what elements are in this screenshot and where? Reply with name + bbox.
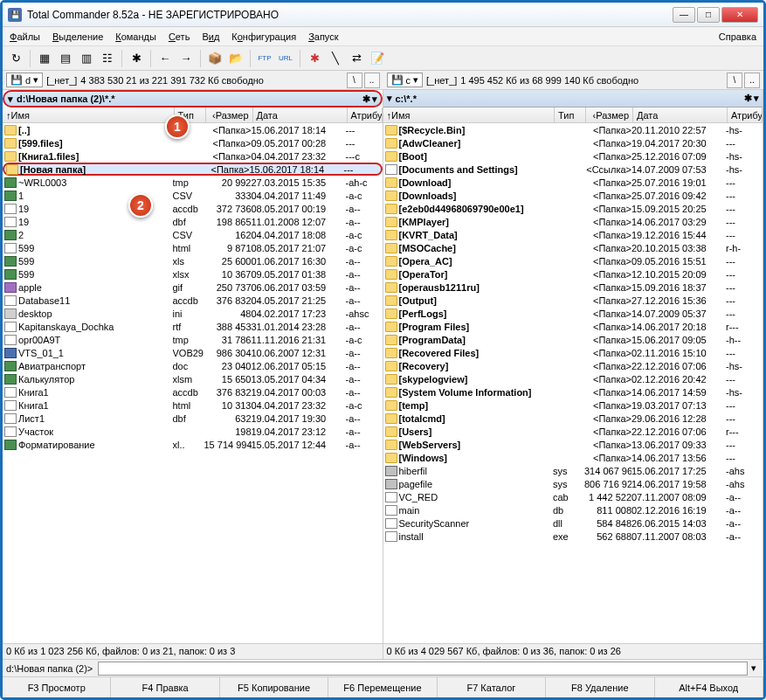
col-date[interactable]: Дата <box>253 107 348 122</box>
file-row[interactable]: Database11accdb376 83204.05.2017 21:25-a… <box>3 294 383 307</box>
cmd-input[interactable] <box>98 662 748 676</box>
f7-button[interactable]: F7 Каталог <box>438 677 546 697</box>
file-row[interactable]: [KVRT_Data]<Папка>19.12.2016 15:44--- <box>383 228 763 241</box>
file-row[interactable]: [Users]<Папка>22.12.2016 07:06r--- <box>383 425 763 438</box>
file-row[interactable]: 599html9 87108.05.2017 21:07-a-c <box>3 241 383 254</box>
file-row[interactable]: [MSOCache]<Папка>20.10.2015 03:38r-h- <box>383 241 763 254</box>
forward-icon[interactable]: → <box>176 49 196 68</box>
right-hist-icon[interactable]: ▾ <box>754 93 759 104</box>
file-row[interactable]: Книга1html10 31304.04.2017 23:32-a-c <box>3 399 383 412</box>
view-full-icon[interactable]: ▤ <box>56 49 75 68</box>
file-row[interactable]: [operausb1211ru]<Папка>15.09.2016 18:37-… <box>383 281 763 294</box>
file-row[interactable]: [e2eb0d44968069790e00e1]<Папка>15.09.201… <box>383 202 763 215</box>
file-row[interactable]: opr00A9Ttmp31 78611.11.2016 21:31-a-c <box>3 333 383 346</box>
left-path[interactable]: ▾ d:\Новая папка (2)\*.* ✱ ▾ <box>3 90 383 107</box>
sync-icon[interactable]: ⇄ <box>347 49 366 68</box>
cmd-dropdown-icon[interactable]: ▾ <box>748 662 760 674</box>
altf4-button[interactable]: Alt+F4 Выход <box>655 677 763 697</box>
file-row[interactable]: [Новая папка]<Папка>15.06.2017 18:14--- <box>3 163 383 176</box>
file-row[interactable]: 19accdb372 73608.05.2017 00:19-a-- <box>3 202 383 215</box>
view-brief-icon[interactable]: ▦ <box>35 49 54 68</box>
right-up-button[interactable]: .. <box>744 73 760 88</box>
menu-commands[interactable]: Команды <box>115 31 156 42</box>
back-icon[interactable]: ← <box>155 49 175 68</box>
star-icon[interactable]: ✱ <box>305 49 324 68</box>
menu-files[interactable]: Файлы <box>10 31 40 42</box>
col-attr[interactable]: Атрибу <box>348 107 383 122</box>
file-row[interactable]: [totalcmd]<Папка>29.06.2016 12:28--- <box>383 412 763 425</box>
col-attr[interactable]: Атрибу <box>728 107 763 122</box>
file-row[interactable]: [Program Files]<Папка>14.06.2017 20:18r-… <box>383 320 763 333</box>
file-row[interactable]: desktopini4804.02.2017 17:23-ahsc <box>3 307 383 320</box>
col-ext[interactable]: Тип <box>555 107 586 122</box>
file-row[interactable]: Книга1accdb376 83219.04.2017 00:03-a-- <box>3 385 383 399</box>
close-button[interactable]: ✕ <box>721 7 758 23</box>
file-row[interactable]: [Downloads]<Папка>25.07.2016 09:42--- <box>383 189 763 202</box>
file-row[interactable]: [Recovery]<Папка>22.12.2016 07:06-hs- <box>383 359 763 372</box>
file-row[interactable]: 599xls25 60001.06.2017 16:30-a-- <box>3 254 383 267</box>
file-row[interactable]: [PerfLogs]<Папка>14.07.2009 05:37--- <box>383 307 763 320</box>
right-favs-icon[interactable]: ✱ <box>744 93 752 104</box>
file-row[interactable]: [temp]<Папка>19.03.2017 07:13--- <box>383 399 763 412</box>
file-row[interactable]: Форматированиеxl..15 714 99415.05.2017 1… <box>3 438 383 451</box>
file-row[interactable]: 1CSV33304.04.2017 11:49-a-c <box>3 189 383 202</box>
maximize-button[interactable]: □ <box>697 7 720 23</box>
left-up-button[interactable]: .. <box>364 73 380 88</box>
f8-button[interactable]: F8 Удаление <box>546 677 654 697</box>
file-row[interactable]: 2CSV16204.04.2017 18:08-a-c <box>3 228 383 241</box>
left-hist-icon[interactable]: ▾ <box>372 94 377 105</box>
file-row[interactable]: [ProgramData]<Папка>15.06.2017 09:05-h-- <box>383 333 763 346</box>
file-row[interactable]: [KMPlayer]<Папка>14.06.2017 03:29--- <box>383 215 763 228</box>
file-row[interactable]: Участок19819.04.2017 23:12-a-- <box>3 425 383 438</box>
file-row[interactable]: [Книга1.files]<Папка>04.04.2017 23:32---… <box>3 149 383 163</box>
file-row[interactable]: [Download]<Папка>25.07.2016 19:01--- <box>383 176 763 189</box>
view-thumb-icon[interactable]: ▥ <box>77 49 96 68</box>
unpack-icon[interactable]: 📂 <box>226 49 245 68</box>
file-row[interactable]: 599xlsx10 36709.05.2017 01:38-a-- <box>3 267 383 281</box>
col-name[interactable]: ↑Имя <box>383 107 556 122</box>
file-row[interactable]: [Recovered Files]<Папка>02.11.2016 15:10… <box>383 346 763 359</box>
file-row[interactable]: hiberfilsys314 067 96815.06.2017 17:25-a… <box>383 464 763 477</box>
pack-icon[interactable]: 📦 <box>205 49 224 68</box>
file-row[interactable]: Авиатранспортdoc23 04012.06.2017 05:15-a… <box>3 359 383 372</box>
right-root-button[interactable]: \ <box>727 73 742 88</box>
file-row[interactable]: Калькуляторxlsm15 65013.05.2017 04:34-a-… <box>3 372 383 385</box>
file-row[interactable]: 19dbf198 86511.01.2008 12:07-a-- <box>3 215 383 228</box>
file-row[interactable]: ~WRL0003tmp20 99227.03.2015 15:35-ah-c <box>3 176 383 189</box>
refresh-icon[interactable]: ↻ <box>6 49 25 68</box>
view-tree-icon[interactable]: ☷ <box>98 49 117 68</box>
f5-button[interactable]: F5 Копирование <box>220 677 328 697</box>
file-row[interactable]: [Boot]<Папка>25.12.2016 07:09-hs- <box>383 149 763 163</box>
col-name[interactable]: ↑Имя <box>3 107 175 122</box>
menu-selection[interactable]: Выделение <box>52 31 103 42</box>
file-row[interactable]: [WebServers]<Папка>13.06.2017 09:33--- <box>383 438 763 451</box>
file-row[interactable]: [Opera_AC]<Папка>09.05.2016 15:51--- <box>383 254 763 267</box>
right-filelist[interactable]: [$Recycle.Bin]<Папка>20.11.2010 22:57-hs… <box>383 123 763 643</box>
file-row[interactable]: [OperaTor]<Папка>12.10.2015 20:09--- <box>383 267 763 281</box>
minimize-button[interactable]: — <box>673 7 695 23</box>
col-size[interactable]: ‹Размер <box>586 107 633 122</box>
left-filelist[interactable]: [..]<Папка>15.06.2017 18:14---[599.files… <box>3 123 383 643</box>
file-row[interactable]: VC_REDcab1 442 52207.11.2007 08:09-a-- <box>383 490 763 503</box>
file-row[interactable]: [skypelogview]<Папка>02.12.2016 20:42--- <box>383 372 763 385</box>
file-row[interactable]: [..]<Папка>15.06.2017 18:14--- <box>3 123 383 136</box>
file-row[interactable]: SecurityScannerdll584 84826.06.2015 14:0… <box>383 516 763 530</box>
file-row[interactable]: [$Recycle.Bin]<Папка>20.11.2010 22:57-hs… <box>383 123 763 136</box>
menu-net[interactable]: Сеть <box>169 31 190 42</box>
left-favs-icon[interactable]: ✱ <box>362 94 370 105</box>
f4-button[interactable]: F4 Правка <box>111 677 219 697</box>
url-icon[interactable]: URL <box>276 49 295 68</box>
file-row[interactable]: applegif250 73706.06.2017 03:59-a-- <box>3 281 383 294</box>
file-row[interactable]: VTS_01_1VOB29986 30410.06.2007 12:31-a-- <box>3 346 383 359</box>
right-path[interactable]: ▾ c:\*.* ✱ ▾ <box>383 90 763 107</box>
file-row[interactable]: installexe562 68807.11.2007 08:03-a-- <box>383 530 763 543</box>
col-size[interactable]: ‹Размер <box>206 107 253 122</box>
invert-icon[interactable]: ✱ <box>127 49 146 68</box>
menu-help[interactable]: Справка <box>719 31 756 42</box>
ftp-icon[interactable]: FTP <box>255 49 274 68</box>
left-drive-select[interactable]: 💾 d ▾ <box>6 73 43 87</box>
file-row[interactable]: [AdwCleaner]<Папка>19.04.2017 20:30--- <box>383 136 763 149</box>
file-row[interactable]: [Output]<Папка>27.12.2016 15:36--- <box>383 294 763 307</box>
file-row[interactable]: [System Volume Information]<Папка>14.06.… <box>383 385 763 399</box>
notepad-icon[interactable]: 📝 <box>368 49 387 68</box>
